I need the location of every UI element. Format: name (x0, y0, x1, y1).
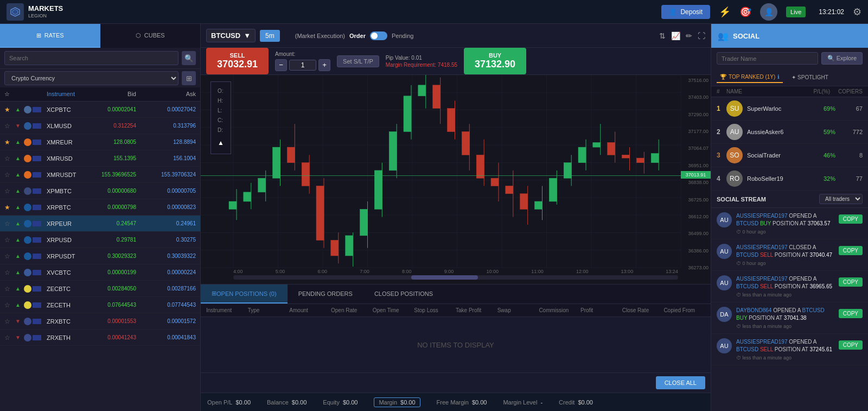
flag-icons (24, 106, 47, 113)
sell-button[interactable]: SELL 37032.91 (206, 48, 269, 74)
stream-action: CLOSED A (789, 244, 815, 250)
instrument-bid: 0.24547 (76, 220, 136, 226)
stream-content: AUSSIESPREAD197 OPENED A BTCUSD SELL POS… (736, 275, 834, 298)
target-icon[interactable]: 🎯 (739, 6, 751, 18)
instrument-name: XMRUSDT (47, 172, 76, 178)
star-icon[interactable]: ☆ (4, 122, 15, 130)
th-instrument[interactable]: Instrument (47, 91, 76, 98)
instrument-ask: 0.00041843 (136, 334, 196, 340)
trader-row[interactable]: 4 RO RoboSeller19 32% 77 (711, 167, 868, 191)
star-icon[interactable]: ☆ (4, 269, 15, 276)
instrument-row[interactable]: ★ ▲ XMREUR 128.0805 128.8894 (0, 134, 200, 150)
instrument-row[interactable]: ☆ ▼ XLMUSD 0.312254 0.313796 (0, 118, 200, 134)
stream-price: 36965.65 (809, 283, 832, 289)
trader-row[interactable]: 1 SU SuperWarloc 69% 67 (711, 97, 868, 121)
instrument-row[interactable]: ☆ ▼ ZRXBTC 0.00001553 0.00001572 (0, 313, 200, 330)
pending-orders-tab[interactable]: PENDING ORDERS (288, 284, 363, 303)
star-icon[interactable]: ★ (4, 204, 15, 211)
ohlc-box: O: H: L: C: D: ▲ (210, 81, 231, 154)
chart-toolbar: BTCUSD ▼ 5m (Market Execution) Order Pen… (201, 24, 711, 48)
instrument-row[interactable]: ★ ▲ XCPBTC 0.00002041 0.00027042 (0, 102, 200, 118)
category-dropdown[interactable]: Crypto Currency (4, 71, 178, 85)
view-toggle-button[interactable]: ⊞ (182, 71, 196, 85)
social-stream-header: SOCIAL STREAM All traders (711, 191, 868, 208)
pencil-icon[interactable]: ✏ (686, 31, 692, 40)
explore-button[interactable]: 🔍 Explore (821, 52, 863, 65)
timeframe-button[interactable]: 5m (260, 30, 280, 42)
star-icon[interactable]: ☆ (4, 171, 15, 179)
instrument-row[interactable]: ☆ ▲ XRPUSDT 0.30029323 0.30039322 (0, 248, 200, 264)
copy-button[interactable]: COPY (839, 277, 863, 287)
trader-list-header: # NAME P/L(%) COPIERS (711, 86, 868, 97)
amount-minus-button[interactable]: − (275, 59, 287, 71)
free-margin-label: Free Margin (437, 399, 469, 406)
star-icon[interactable]: ☆ (4, 318, 15, 325)
instrument-row[interactable]: ★ ▲ XRPBTC 0.00000798 0.00000823 (0, 199, 200, 216)
copy-button[interactable]: COPY (839, 214, 863, 224)
center-wrapper: BTCUSD ▼ 5m (Market Execution) Order Pen… (201, 24, 711, 411)
main-layout: ⊞ RATES ⬡ CUBES 🔍 Crypto Currency ⊞ ☆ In… (0, 24, 868, 411)
stream-content: DAYBOND864 OPENED A BTCUSD BUY POSITION … (736, 307, 834, 329)
star-icon[interactable]: ☆ (4, 252, 15, 260)
indicators-icon[interactable]: ⇅ (659, 31, 666, 40)
star-icon[interactable]: ★ (4, 106, 15, 113)
fullscreen-icon[interactable]: ⛶ (698, 31, 705, 40)
all-traders-dropdown[interactable]: All traders (819, 194, 863, 204)
star-icon[interactable]: ☆ (4, 285, 15, 293)
lightning-icon[interactable]: ⚡ (719, 6, 731, 18)
set-sl-tp-button[interactable]: Set S/L T/P (337, 55, 379, 67)
star-icon[interactable]: ☆ (4, 187, 15, 195)
trader-search-input[interactable] (717, 52, 818, 65)
user-avatar[interactable]: 👤 (760, 3, 777, 21)
ohlc-o: O: (218, 86, 224, 96)
scroll-thumb[interactable] (411, 275, 478, 280)
amount-plus-button[interactable]: + (318, 59, 330, 71)
stream-username: AUSSIESPREAD197 (736, 339, 788, 345)
chart-scrollbar[interactable] (233, 275, 678, 280)
instrument-row[interactable]: ☆ ▼ ZRXETH 0.00041243 0.00041843 (0, 330, 200, 346)
star-icon[interactable]: ☆ (4, 236, 15, 244)
rates-tab[interactable]: ⊞ RATES (0, 24, 100, 48)
star-icon[interactable]: ☆ (4, 301, 15, 309)
closed-positions-tab[interactable]: CLOSED POSITIONS (363, 284, 444, 303)
instrument-row[interactable]: ☆ ▲ ZECETH 0.07644543 0.07744543 (0, 297, 200, 313)
equity-value: $0.00 (343, 399, 358, 406)
instrument-row[interactable]: ☆ ▲ ZECBTC 0.00284050 0.00287166 (0, 281, 200, 297)
search-button[interactable]: 🔍 (182, 51, 196, 65)
copy-button[interactable]: COPY (839, 246, 863, 255)
instrument-table: ☆ Instrument Bid Ask ★ ▲ XCPBTC 0.000020… (0, 87, 200, 411)
stream-item: DA DAYBOND864 OPENED A BTCUSD BUY POSITI… (711, 302, 868, 334)
star-icon[interactable]: ☆ (4, 155, 15, 162)
stream-time: ⏱ less than a minute ago (736, 355, 834, 361)
instrument-row[interactable]: ☆ ▲ XVCBTC 0.00000199 0.00000224 (0, 264, 200, 281)
search-input[interactable] (4, 51, 178, 65)
deposit-button[interactable]: 👤 Deposit (661, 5, 710, 19)
copy-button[interactable]: COPY (839, 340, 863, 350)
line-chart-icon[interactable]: 📈 (671, 31, 680, 40)
instrument-row[interactable]: ☆ ▲ XPMBTC 0.00000680 0.00000705 (0, 183, 200, 199)
top-ranked-tab[interactable]: 🏆 TOP RANKED (1Y) ℹ (717, 72, 783, 83)
star-icon[interactable]: ☆ (4, 220, 15, 227)
trader-row[interactable]: 3 SO SocialTrader 46% 8 (711, 144, 868, 167)
instrument-row[interactable]: ☆ ▲ XMRUSD 155.1395 156.1004 (0, 150, 200, 167)
buy-button[interactable]: BUY 37132.90 (464, 48, 526, 74)
open-positions-tab[interactable]: ⊞ OPEN POSITIONS (0) (201, 284, 288, 303)
star-icon[interactable]: ☆ (4, 334, 15, 342)
rank-number: 3 (717, 151, 726, 159)
stream-username: AUSSIESPREAD197 (736, 276, 788, 282)
close-all-button[interactable]: CLOSE ALL (656, 376, 705, 389)
trader-row[interactable]: 2 AU AussieAsker6 59% 772 (711, 121, 868, 144)
cubes-tab[interactable]: ⬡ CUBES (100, 24, 201, 48)
settings-icon[interactable]: ⚙ (853, 6, 861, 18)
instrument-row[interactable]: ☆ ▲ XMRUSDT 155.39696525 155.39706324 (0, 167, 200, 183)
svg-rect-72 (564, 163, 571, 179)
star-icon[interactable]: ★ (4, 138, 15, 146)
spotlight-tab[interactable]: ✦ SPOTLIGHT (788, 72, 831, 83)
instrument-row[interactable]: ☆ ▲ XRPUSD 0.29781 0.30275 (0, 232, 200, 248)
instrument-row[interactable]: ☆ ▲ XRPEUR 0.24547 0.24961 (0, 216, 200, 232)
pair-selector[interactable]: BTCUSD ▼ (206, 29, 256, 42)
flag (33, 270, 41, 275)
copy-button[interactable]: COPY (839, 309, 863, 318)
amount-field[interactable] (289, 60, 316, 71)
order-toggle-switch[interactable] (370, 31, 387, 40)
